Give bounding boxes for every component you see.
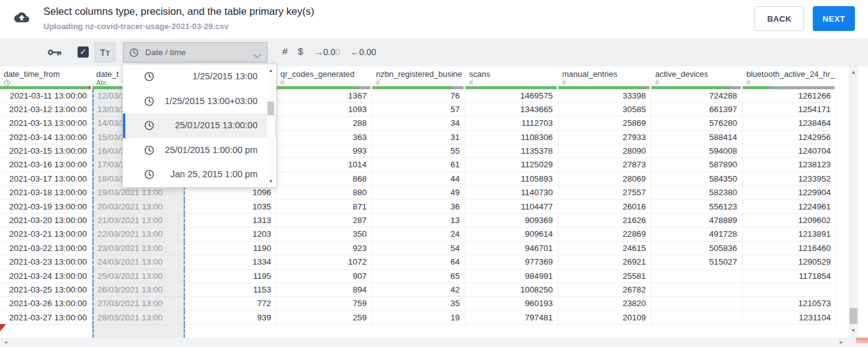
table-cell[interactable]: 2021-03-16 13:00:00	[0, 158, 92, 172]
table-cell[interactable]: 22869	[558, 227, 651, 241]
table-cell[interactable]: 1035	[185, 200, 277, 214]
number-type-button[interactable]: #	[282, 46, 288, 57]
table-cell[interactable]: 2021-03-18 13:00:00	[0, 186, 92, 200]
table-cell[interactable]: 42	[372, 283, 465, 297]
table-cell[interactable]: 23820	[558, 297, 651, 310]
table-cell[interactable]: 1240704	[743, 144, 836, 158]
table-cell[interactable]: 1125029	[465, 158, 558, 172]
table-cell[interactable]: 28090	[558, 144, 651, 158]
table-cell[interactable]: 26016	[558, 200, 651, 214]
table-cell[interactable]: 1334	[185, 255, 277, 269]
table-cell[interactable]: 27557	[558, 186, 651, 200]
table-cell[interactable]: 1072	[277, 255, 372, 269]
table-cell[interactable]: 27/03/2021 13:00	[92, 297, 185, 310]
table-cell[interactable]: 1140730	[465, 186, 558, 200]
table-cell[interactable]: 909369	[465, 214, 558, 227]
table-cell[interactable]: 1112703	[465, 116, 558, 130]
table-cell[interactable]: 909614	[465, 227, 558, 241]
table-cell[interactable]: 2021-03-17 13:00:00	[0, 172, 92, 186]
table-cell[interactable]: 868	[277, 172, 372, 186]
table-cell[interactable]: 1203	[185, 227, 277, 241]
table-cell[interactable]: 2021-03-24 13:00:00	[0, 270, 92, 283]
table-cell[interactable]: 880	[277, 186, 372, 200]
table-cell[interactable]: 49	[372, 186, 465, 200]
table-cell[interactable]: 1224961	[743, 200, 836, 214]
table-cell[interactable]: 1233952	[743, 172, 836, 186]
table-cell[interactable]: 76	[372, 89, 465, 103]
table-cell[interactable]: 594008	[651, 144, 743, 158]
table-cell[interactable]: 588414	[651, 131, 743, 144]
table-cell[interactable]: 1210573	[743, 297, 836, 310]
column-header[interactable]: date_time_from	[0, 66, 92, 89]
next-button[interactable]: NEXT	[813, 6, 855, 31]
table-cell[interactable]: 1216460	[743, 242, 836, 255]
text-type-button[interactable]: Tᴛ	[94, 42, 115, 63]
table-cell[interactable]: 1313	[185, 214, 277, 227]
back-button[interactable]: BACK	[754, 6, 804, 31]
table-cell[interactable]: 20/03/2021 13:00	[92, 200, 185, 214]
table-cell[interactable]: 2021-03-13 13:00:00	[0, 116, 92, 130]
table-cell[interactable]: 31	[372, 131, 465, 144]
table-cell[interactable]: 35	[372, 297, 465, 310]
table-cell[interactable]: 24615	[558, 242, 651, 255]
table-cell[interactable]: 19	[372, 311, 465, 325]
vertical-scrollbar-thumb[interactable]	[849, 308, 857, 324]
table-cell[interactable]	[651, 270, 743, 283]
table-cell[interactable]: 57	[372, 103, 465, 116]
table-cell[interactable]: 576280	[651, 116, 743, 130]
table-cell[interactable]: 2021-03-15 13:00:00	[0, 144, 92, 158]
format-option[interactable]: 1/25/2015 13:00	[123, 64, 276, 89]
table-cell[interactable]: 946701	[465, 242, 558, 255]
table-cell[interactable]: 363	[277, 131, 372, 144]
table-cell[interactable]: 1343665	[465, 103, 558, 116]
table-cell[interactable]: 587890	[651, 158, 743, 172]
table-cell[interactable]: 20109	[558, 311, 651, 325]
table-cell[interactable]: 1209602	[743, 214, 836, 227]
currency-type-button[interactable]: $	[298, 46, 303, 57]
table-cell[interactable]: 33398	[558, 89, 651, 103]
format-option[interactable]: Jan 25, 2015 1:00 pm	[123, 162, 276, 187]
table-cell[interactable]: 993	[277, 144, 372, 158]
table-cell[interactable]: 24	[372, 227, 465, 241]
table-cell[interactable]: 23/03/2021 13:00	[92, 242, 185, 255]
table-cell[interactable]: 61	[372, 158, 465, 172]
table-cell[interactable]: 871	[277, 200, 372, 214]
table-cell[interactable]: 55	[372, 144, 465, 158]
table-cell[interactable]: 1014	[277, 158, 372, 172]
column-header[interactable]: active_devices#	[651, 66, 743, 89]
table-cell[interactable]: 2021-03-19 13:00:00	[0, 200, 92, 214]
table-cell[interactable]: 36	[372, 200, 465, 214]
table-cell[interactable]: 939	[185, 311, 277, 325]
table-cell[interactable]: 1104477	[465, 200, 558, 214]
table-cell[interactable]: 923	[277, 242, 372, 255]
table-cell[interactable]: 34	[372, 116, 465, 130]
format-option[interactable]: 1/25/2015 13:00+03:00	[123, 89, 276, 114]
table-cell[interactable]: 21/03/2021 13:00	[92, 214, 185, 227]
format-option[interactable]: 25/01/2015 13:00:00	[123, 113, 276, 138]
table-cell[interactable]: 2021-03-27 13:00:00	[0, 311, 92, 325]
table-cell[interactable]: 1238464	[743, 116, 836, 130]
table-cell[interactable]: 28069	[558, 172, 651, 186]
decimal-decrease-button[interactable]: ←0.00	[351, 47, 376, 57]
column-header[interactable]: bluetooth_active_24_hr_#	[743, 66, 836, 89]
table-cell[interactable]: 505836	[651, 242, 743, 255]
scroll-up-button[interactable]: ▲	[849, 69, 858, 75]
table-cell[interactable]: 2021-03-23 13:00:00	[0, 255, 92, 269]
table-cell[interactable]: 724288	[651, 89, 743, 103]
table-cell[interactable]: 1171854	[743, 270, 836, 283]
table-cell[interactable]	[743, 283, 836, 297]
table-cell[interactable]: 556123	[651, 200, 743, 214]
primary-key-icon[interactable]	[47, 47, 62, 60]
table-cell[interactable]: 19/03/2021 13:00	[92, 186, 185, 200]
table-cell[interactable]: 65	[372, 270, 465, 283]
table-cell[interactable]: 1290529	[743, 255, 836, 269]
column-header[interactable]: scans#	[465, 66, 558, 89]
table-cell[interactable]: 25581	[558, 270, 651, 283]
table-cell[interactable]: 30585	[558, 103, 651, 116]
scroll-down-button[interactable]: ▼	[849, 328, 858, 333]
table-cell[interactable]: 1242956	[743, 131, 836, 144]
table-cell[interactable]: 1229904	[743, 186, 836, 200]
table-cell[interactable]: 287	[277, 214, 372, 227]
table-cell[interactable]: 2021-03-20 13:00:00	[0, 214, 92, 227]
table-cell[interactable]: 2021-03-25 13:00:00	[0, 283, 92, 297]
